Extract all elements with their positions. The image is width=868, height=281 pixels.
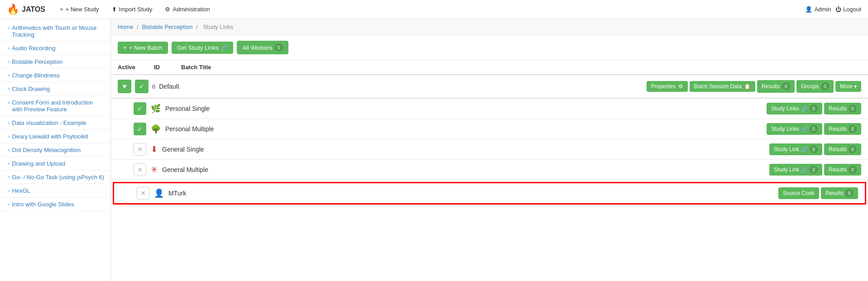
results-button-personal-multiple[interactable]: Results 0 [824,123,861,135]
general-multiple-icon: ✳ [151,165,158,175]
plus-icon: + [123,44,127,51]
study-link-button-general-multiple[interactable]: Study Link 🔗 0 [769,164,822,176]
worker-actions-personal-multiple: Study Links 🔗 0 Results 0 [767,123,861,135]
sidebar-item-label: Deary Liewald with Psytoolkit [12,133,88,140]
worker-actions-general-single: Study Link 🔗 0 Results 0 [769,143,861,155]
chevron-icon: › [8,46,10,51]
sidebar-item-label: Bistable Perception [12,58,62,65]
worker-name-general-single: General Single [162,146,765,153]
sidebar-item-drawing[interactable]: › Drawing and Upload [0,157,110,171]
study-link-button-general-single[interactable]: Study Link 🔗 0 [769,143,822,155]
worker-actions-general-multiple: Study Link 🔗 0 Results 0 [769,164,861,176]
sidebar-item-label: Change Blindness [12,72,60,79]
groups-count-badge: 0 [821,82,829,90]
link-count-badge: 0 [810,125,818,133]
worker-actions-mturk: Source Code Results 0 [778,187,858,199]
sidebar-item-data-viz[interactable]: › Data visualization - Example [0,116,110,130]
new-study-link[interactable]: + + New Study [54,3,105,15]
results-button-mturk[interactable]: Results 0 [821,187,858,199]
batch-actions: Properties ⚙ Batch Session Data 📋 Result… [647,80,861,93]
sidebar-item-label: Go- / No-Go Task (using jsPsych 6) [12,174,104,181]
breadcrumb-home[interactable]: Home [118,24,134,30]
worker-name-personal-multiple: Personal Multiple [165,125,762,133]
chevron-icon: › [8,148,10,152]
batch-row-default: ▼ ✓ 6 Default Properties ⚙ Batch Session… [111,75,868,99]
results-button-general-multiple[interactable]: Results 0 [824,164,861,176]
sidebar-item-hexgl[interactable]: › HexGL [0,184,110,198]
sidebar-item-deary[interactable]: › Deary Liewald with Psytoolkit [0,130,110,143]
sidebar: › Arithmetics with Touch or Mouse Tracki… [0,19,111,281]
breadcrumb-study[interactable]: Bistable Perception [142,24,193,30]
breadcrumb-sep1: / [137,24,140,30]
results-badge: 0 [845,189,854,197]
batch-active-button[interactable]: ✓ [135,80,149,93]
chevron-icon: › [8,73,10,78]
sidebar-item-audio[interactable]: › Audio Recording [0,42,110,55]
sidebar-item-change-blindness[interactable]: › Change Blindness [0,69,110,82]
breadcrumb-current: Study Links [203,24,233,30]
worker-active-checkbox-general-single[interactable]: ✕ [134,143,146,156]
worker-active-checkbox-personal-multiple[interactable]: ✓ [134,123,146,135]
batch-session-data-button[interactable]: Batch Session Data 📋 [690,81,755,92]
import-study-link[interactable]: ⬆ Import Study [106,3,158,15]
study-links-button-personal-multiple[interactable]: Study Links 🔗 0 [767,123,822,135]
sidebar-item-label: Consent Form and Introduction with Previ… [12,99,105,113]
sidebar-item-consent-form[interactable]: › Consent Form and Introduction with Pre… [0,96,110,116]
mturk-icon: 👤 [154,188,164,198]
results-button-personal-single[interactable]: Results 0 [824,103,861,114]
user-icon: 👤 [805,6,812,13]
results-badge: 0 [849,125,857,133]
chevron-icon: › [8,25,10,30]
link-icon: 🔗 [801,146,808,152]
get-study-links-button[interactable]: Get Study Links 🔗 [172,42,234,54]
sidebar-item-label: Audio Recording [12,45,55,52]
admin-link[interactable]: 👤 Admin [805,6,831,13]
sidebar-item-clock-drawing[interactable]: › Clock Drawing [0,82,110,96]
worker-active-checkbox-mturk[interactable]: ✕ [137,187,149,200]
sidebar-item-label: Clock Drawing [12,86,50,92]
main-layout: › Arithmetics with Touch or Mouse Tracki… [0,19,868,281]
sidebar-item-go-nogo[interactable]: › Go- / No-Go Task (using jsPsych 6) [0,171,110,184]
new-batch-button[interactable]: + + New Batch [118,42,168,54]
batch-toggle-area: ▼ ✓ 6 Default [118,80,179,93]
worker-row-personal-single: ✓ 🌿 Personal Single Study Links 🔗 0 Resu… [111,99,868,119]
personal-multiple-icon: 🌳 [151,124,161,134]
sidebar-item-dot-density[interactable]: › Dot Density Metacognition [0,143,110,157]
batch-collapse-button[interactable]: ▼ [118,80,131,93]
link-icon: 🔗 [801,105,808,112]
chevron-icon: › [8,202,10,207]
sidebar-item-bistable[interactable]: › Bistable Perception [0,55,110,69]
results-count-badge: 0 [782,82,790,90]
personal-single-icon: 🌿 [151,104,161,114]
table-icon: 📋 [744,83,751,90]
worker-active-checkbox-personal-single[interactable]: ✓ [134,102,146,115]
worker-active-checkbox-general-multiple[interactable]: ✕ [134,163,146,176]
sidebar-item-arithmetics[interactable]: › Arithmetics with Touch or Mouse Tracki… [0,21,110,42]
worker-row-general-multiple: ✕ ✳ General Multiple Study Link 🔗 0 Resu… [111,160,868,180]
all-workers-count-badge: 0 [275,43,283,52]
results-button-general-single[interactable]: Results 0 [824,143,861,155]
source-code-button-mturk[interactable]: Source Code [778,187,819,199]
properties-button[interactable]: Properties ⚙ [647,81,688,92]
chevron-icon: › [8,161,10,166]
study-links-button-personal-single[interactable]: Study Links 🔗 0 [767,103,822,114]
col-active: Active [118,64,154,71]
link-icon: 🔗 [221,44,228,51]
brand-icon: 🔥 [7,4,19,15]
results-badge: 0 [849,166,857,174]
logout-link[interactable]: ⏻ Logout [835,6,861,13]
chevron-icon: › [8,120,10,125]
link-count-badge: 0 [810,166,818,174]
sidebar-item-label: Dot Density Metacognition [12,147,81,153]
administration-link[interactable]: ⚙ Administration [159,3,215,15]
sidebar-item-label: Intro with Google Slides [12,201,74,208]
all-workers-button[interactable]: All Workers 0 [237,41,288,54]
groups-button[interactable]: Groups 0 [796,80,834,93]
power-icon: ⏻ [835,6,841,13]
chevron-icon: › [8,134,10,139]
sidebar-item-intro-google[interactable]: › Intro with Google Slides [0,198,110,211]
breadcrumb: Home / Bistable Perception / Study Links [111,19,868,35]
more-button[interactable]: More ▾ [835,81,861,92]
brand[interactable]: 🔥 JATOS [7,4,45,15]
results-button[interactable]: Results 0 [757,80,795,93]
